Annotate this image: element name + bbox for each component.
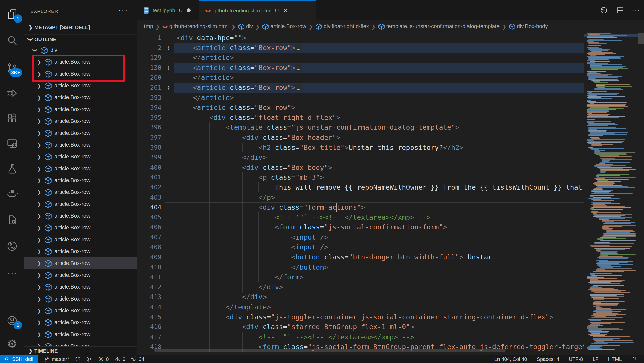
- tab-github-trending-slim-html[interactable]: <> github-trending-slim.html U ✕: [199, 0, 316, 20]
- code-line-410[interactable]: 410 </button>: [137, 262, 584, 272]
- outline-item-div[interactable]: ❯div: [24, 44, 137, 56]
- search-icon[interactable]: [0, 29, 24, 52]
- chevron-right-icon[interactable]: ❯: [36, 142, 42, 148]
- chevron-right-icon[interactable]: ❯: [36, 189, 42, 195]
- outline-item-article-box-row[interactable]: ❯article.Box-row: [24, 328, 137, 340]
- code-line-407[interactable]: 407 <input />: [137, 232, 584, 242]
- breadcrumb-item[interactable]: template.js-unstar-confirmation-dialog-t…: [378, 23, 500, 30]
- outline-item-article-box-row[interactable]: ❯article.Box-row: [24, 246, 137, 257]
- code-line-417[interactable]: 417 <!-- '"` --><!-- </textarea></xmp> -…: [137, 332, 584, 342]
- status-lf[interactable]: LF: [593, 356, 598, 362]
- status-ln-404-col-40[interactable]: Ln 404, Col 40: [494, 356, 527, 362]
- status-git-graph[interactable]: [86, 356, 92, 362]
- scrollbar-slider[interactable]: [638, 33, 644, 44]
- outline-item-article-box-row[interactable]: ❯article.Box-row: [24, 257, 137, 269]
- chevron-right-icon[interactable]: ❯: [36, 213, 42, 219]
- code-line-414[interactable]: 414 </template>: [137, 302, 584, 312]
- chevron-right-icon[interactable]: ❯: [36, 249, 42, 254]
- chevron-right-icon[interactable]: ❯: [36, 201, 42, 207]
- code-line-409[interactable]: 409 <button class="btn-danger btn width-…: [137, 252, 584, 262]
- chevron-right-icon[interactable]: ❯: [36, 272, 42, 278]
- code-line-413[interactable]: 413 </div>: [137, 292, 584, 302]
- horizontal-scrollbar[interactable]: [154, 349, 506, 352]
- status-warning[interactable]: 6: [114, 356, 125, 362]
- outline-item-article-box-row[interactable]: ❯article.Box-row: [24, 92, 137, 104]
- status-bell[interactable]: [631, 356, 637, 362]
- modified-dot-icon[interactable]: [187, 8, 191, 12]
- breadcrumb-item[interactable]: div: [238, 23, 253, 30]
- chevron-down-icon[interactable]: ❯: [32, 47, 38, 54]
- run-debug-icon[interactable]: [0, 82, 24, 105]
- code-line-393[interactable]: 393 </article>: [137, 93, 584, 103]
- outline-item-article-box-row[interactable]: ❯article.Box-row: [24, 317, 137, 328]
- code-line-404[interactable]: 404 <div class="form-actions">: [137, 202, 584, 212]
- code-line-400[interactable]: 400 <div class="Box-body">: [137, 162, 584, 173]
- outline-item-article-box-row[interactable]: ❯article.Box-row: [24, 293, 137, 305]
- timeline-history-icon[interactable]: [600, 6, 608, 15]
- outline-item-article-box-row[interactable]: ❯article.Box-row: [24, 115, 137, 127]
- chevron-right-icon[interactable]: ❯: [36, 225, 42, 231]
- chevron-right-icon[interactable]: ❯: [36, 154, 42, 160]
- code-line-403[interactable]: 403 </p>: [137, 192, 584, 203]
- outline-item-article-box-row[interactable]: ❯article.Box-row: [24, 104, 137, 115]
- sidebar-section-outline[interactable]: ❯ OUTLINE: [24, 34, 137, 44]
- split-editor-icon[interactable]: [616, 6, 624, 15]
- more-actions-icon[interactable]: ···: [632, 6, 640, 14]
- fold-chevron-icon[interactable]: ❯: [164, 63, 174, 73]
- code-line-402[interactable]: 402 This will remove {{ repoNameWithOwne…: [137, 182, 584, 192]
- breadcrumb-item[interactable]: tmp: [144, 23, 153, 30]
- outline-item-article-box-row[interactable]: ❯article.Box-row: [24, 198, 137, 210]
- explorer-icon[interactable]: 1: [0, 3, 24, 25]
- fold-chevron-icon[interactable]: ❯: [164, 83, 174, 93]
- docker-icon[interactable]: [0, 182, 24, 205]
- code-line-260[interactable]: 260 </article>: [137, 73, 584, 83]
- fold-chevron-icon[interactable]: ❯: [164, 43, 174, 53]
- chevron-right-icon[interactable]: ❯: [36, 83, 42, 89]
- cmake-tools-icon[interactable]: [0, 209, 24, 231]
- chevron-right-icon[interactable]: ❯: [36, 166, 42, 172]
- more-actions-icon[interactable]: ···: [118, 6, 128, 14]
- vertical-scrollbar[interactable]: [638, 33, 644, 352]
- breadcrumb-item[interactable]: div.Box-body: [509, 23, 548, 30]
- chevron-right-icon[interactable]: ❯: [36, 308, 42, 314]
- remote-indicator[interactable]: SSH: dell: [0, 355, 38, 363]
- code-line-395[interactable]: 395 <div class="float-right d-flex">: [137, 113, 584, 123]
- chevron-right-icon[interactable]: ❯: [36, 118, 42, 124]
- chevron-right-icon[interactable]: ❯: [36, 237, 42, 243]
- outline-item-article-box-row[interactable]: ❯article.Box-row: [24, 305, 137, 317]
- code-line-416[interactable]: 416 <div class="starred BtnGroup flex-1 …: [137, 322, 584, 332]
- code-line-412[interactable]: 412 </div>: [137, 282, 584, 292]
- status-utf-8[interactable]: UTF-8: [569, 356, 583, 362]
- status-html[interactable]: HTML: [608, 356, 622, 362]
- code-line-1[interactable]: 1<div data-hpc="">: [137, 33, 584, 43]
- settings-icon[interactable]: ⚙: [0, 333, 24, 355]
- code-line-261[interactable]: 261❯ <article class="Box-row">…: [137, 83, 584, 93]
- code-line-408[interactable]: 408 <input />: [137, 242, 584, 252]
- breadcrumb-item[interactable]: div.float-right.d-flex: [315, 23, 369, 30]
- outline-item-article-box-row[interactable]: ❯article.Box-row: [24, 186, 137, 198]
- code-line-401[interactable]: 401 <p class="mb-3">: [137, 172, 584, 182]
- breadcrumb-item[interactable]: <>github-trending-slim.html: [162, 23, 229, 30]
- status-radio-tower[interactable]: 34: [131, 356, 144, 362]
- extensions-icon[interactable]: [0, 107, 24, 130]
- sidebar-section-timeline[interactable]: ❯ TIMELINE: [24, 346, 137, 355]
- status-git-branch[interactable]: master*: [44, 356, 69, 362]
- code-line-394[interactable]: 394 <article class="Box-row">: [137, 103, 584, 113]
- status-sync[interactable]: [75, 356, 81, 362]
- accounts-icon[interactable]: 1: [0, 309, 24, 332]
- tab-test-ipynb[interactable]: test.ipynb U: [137, 0, 199, 20]
- testing-icon[interactable]: [0, 157, 24, 180]
- chevron-right-icon[interactable]: ❯: [36, 260, 42, 266]
- code-line-411[interactable]: 411 </form>: [137, 272, 584, 282]
- code-line-415[interactable]: 415 <div class="js-toggler-container js-…: [137, 312, 584, 322]
- chevron-right-icon[interactable]: ❯: [36, 95, 42, 101]
- outline-item-article-box-row[interactable]: ❯article.Box-row: [24, 175, 137, 186]
- chevron-right-icon[interactable]: ❯: [36, 284, 42, 290]
- outline-item-article-box-row[interactable]: ❯article.Box-row: [24, 281, 137, 293]
- outline-item-article-box-row[interactable]: ❯article.Box-row: [24, 210, 137, 222]
- chevron-right-icon[interactable]: ❯: [36, 178, 42, 183]
- code-line-397[interactable]: 397 <div class="Box-header">: [137, 133, 584, 143]
- outline-item-article-box-row[interactable]: ❯article.Box-row: [24, 163, 137, 175]
- outline-item-article-box-row[interactable]: ❯article.Box-row: [24, 127, 137, 139]
- chevron-right-icon[interactable]: ❯: [36, 130, 42, 136]
